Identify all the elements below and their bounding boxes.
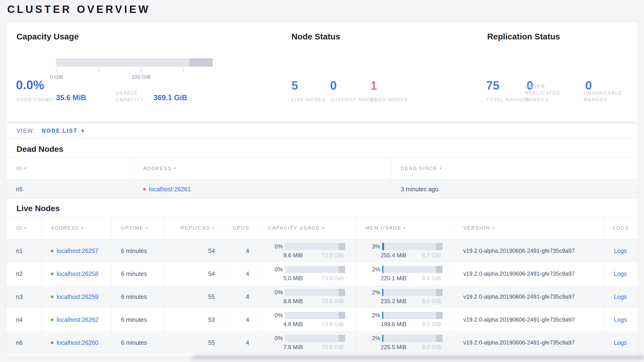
mem-usage-bar [382,243,442,250]
mem-usage-cell: 2% 199.6 MiB 8.0 GiB [356,308,454,331]
node-address-link[interactable]: localhost:26262 [56,316,98,323]
node-address-cell: localhost:26260 [41,331,112,354]
mem-percent: 2% [370,335,380,342]
replicas-cell: 55 [164,285,224,308]
capacity-total-value: 73.8 GiB [322,321,344,327]
cpus-cell: 4 [224,285,258,308]
capacity-bar-reserved-segment [338,289,345,296]
cpus-cell: 4 [224,262,258,285]
live-col-replicas[interactable]: REPLICAS ▾ [164,217,224,239]
capacity-bar-used-segment [190,58,213,67]
mem-total-value: 8.0 GiB [422,298,441,305]
table-row: n6 localhost:26260 6 minutes 55 4 0% [6,331,638,354]
node-address-link[interactable]: localhost:26259 [56,293,98,300]
bottom-scroll-shadow [191,355,644,362]
capacity-usage-cell: 0% 8.6 MiB 73.8 GiB [258,285,356,308]
dead-since-cell: 3 minutes ago [391,179,638,199]
capacity-usage-cell: 0% 4.6 MiB 73.8 GiB [258,308,356,331]
capacity-percent: 0% [273,335,283,342]
mem-usage-cell: 2% 235.2 MiB 8.0 GiB [356,285,454,308]
capacity-bar-reserved-segment [338,243,345,250]
mem-total-value: 8.0 GiB [422,275,441,282]
capacity-usage-cell: 0% 5.0 MiB 73.8 GiB [258,262,356,285]
capacity-usage-title: Capacity Usage [16,32,79,41]
node-address-cell: localhost:26257 [41,239,112,262]
node-address-link[interactable]: localhost:26261 [149,186,191,193]
node-address-link[interactable]: localhost:26260 [56,339,98,346]
node-address-link[interactable]: localhost:26258 [56,270,98,277]
sort-arrow-icon: ▾ [404,226,406,231]
dead-col-address[interactable]: ADDRESS ▾ [134,157,391,179]
capacity-percent: 0% [273,266,283,273]
dead-node-address-cell: localhost:26261 [134,179,391,199]
logs-link[interactable]: Logs [614,339,627,346]
used-capacity-value: 35.6 MiB [56,93,86,102]
live-col-uptime[interactable]: UPTIME ▾ [112,217,164,239]
node-address-link[interactable]: localhost:26257 [56,248,98,254]
logs-cell: Logs [603,239,638,262]
replicas-cell: 54 [164,262,224,285]
logs-link[interactable]: Logs [614,316,627,323]
uptime-cell: 6 minutes [112,262,164,285]
overview-summary-card: Capacity Usage 0.0% 0 GiB 200 GiB USED C… [6,22,638,121]
mem-bar-fill [382,335,383,342]
live-col-address[interactable]: ADDRESS ▾ [41,217,112,239]
logs-link[interactable]: Logs [614,270,627,277]
live-nodes-heading: Live Nodes [16,204,638,213]
mem-usage-cell: 2% 225.5 MiB 8.0 GiB [356,331,454,354]
mem-total-value: 8.0 GiB [422,252,441,259]
live-col-id[interactable]: ID ▾ [6,217,41,239]
capacity-total-value: 73.8 GiB [322,252,344,259]
dead-status-dot [143,188,146,191]
sort-arrow-icon: ▾ [24,226,27,231]
node-address-cell: localhost:26259 [41,285,112,308]
live-col-capacity[interactable]: CAPACITY USAGE ▾ [258,217,356,239]
logs-link[interactable]: Logs [614,293,627,300]
table-row: n4 localhost:26262 6 minutes 53 4 0% [6,308,638,331]
live-col-cpus[interactable]: CPUS [224,217,258,239]
version-cell: v19.2.0-alpha.20190606-2491-gfe735c9a97 [454,285,603,308]
mem-bar-fill [382,289,383,296]
mem-used-value: 255.4 MiB [381,252,406,259]
live-nodes-header-row: ID ▾ ADDRESS ▾ UPTIME ▾ REPLICAS ▾ CPUS [6,216,638,239]
live-col-mem[interactable]: MEM USAGE ▾ [356,217,454,239]
logs-cell: Logs [603,331,638,354]
replication-status-title: Replication Status [487,32,560,41]
mem-usage-bar [382,312,442,319]
suspect-nodes-count: 0 [330,79,337,93]
capacity-total-value: 73.8 GiB [322,275,344,282]
live-col-version[interactable]: VERSION ▾ [454,217,603,239]
uptime-cell: 6 minutes [112,331,164,354]
dead-col-id[interactable]: ID ▾ [6,157,134,179]
mem-usage-bar [382,289,442,296]
view-mode-dropdown[interactable]: NODE LIST ▾ [42,127,85,134]
capacity-usage-bar [285,312,345,319]
mem-bar-reserved-segment [436,335,442,342]
capacity-bar-ticks [56,69,213,72]
capacity-axis-tick-200: 200 GiB [127,74,156,80]
dead-nodes-table: ID ▾ ADDRESS ▾ DEAD SINCE ▾ n5 localhost… [6,157,638,199]
node-address-cell: localhost:26262 [41,308,112,331]
mem-bar-fill [382,266,383,273]
page-title: CLUSTER OVERVIEW [7,3,150,15]
live-status-dot [51,318,54,321]
node-id-cell: n6 [6,331,41,354]
capacity-percent: 0% [273,289,283,296]
logs-link[interactable]: Logs [614,248,627,254]
view-bar: VIEW: NODE LIST ▾ [6,124,638,138]
mem-percent: 3% [370,243,380,250]
node-id-cell: n4 [6,308,41,331]
table-row: n2 localhost:26258 6 minutes 54 4 0% [6,262,638,285]
replicas-cell: 53 [164,308,224,331]
sort-arrow-icon: ▾ [492,226,495,231]
mem-used-value: 220.1 MiB [381,275,406,282]
mem-usage-bar [382,335,442,342]
version-cell: v19.2.0-alpha.20190606-2491-gfe735c9a97 [454,239,603,262]
cpus-cell: 4 [224,239,258,262]
sort-arrow-icon: ▾ [82,226,84,231]
dead-col-dead-since[interactable]: DEAD SINCE ▾ [391,157,638,179]
mem-percent: 2% [370,289,380,296]
capacity-used-value: 7.8 MiB [283,344,303,350]
logs-cell: Logs [603,262,638,285]
usable-capacity-value: 369.1 GiB [154,93,187,102]
